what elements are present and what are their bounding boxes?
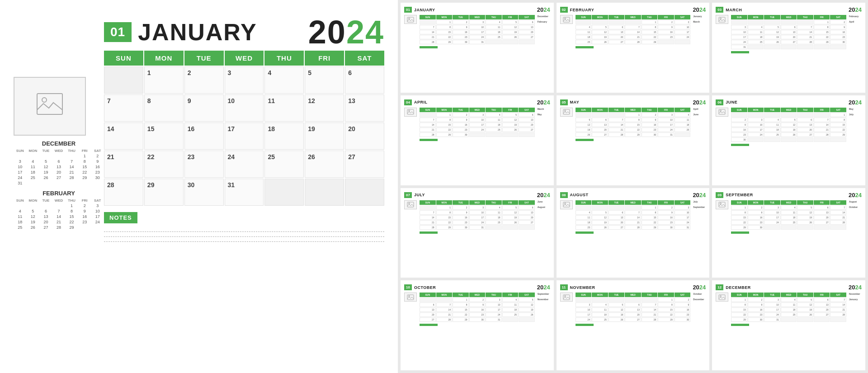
table-row [345,179,384,206]
table-row: 2 [658,205,674,210]
left-sidebar: DECEMBER SUN MON TUE WED THU FRI SAT 12 … [14,14,104,230]
table-row: 26 [609,317,625,322]
mini-year: 2024 [537,99,550,106]
table-row: 8 [642,210,658,215]
mini-day-headers: SUN MON TUE WED THU FRI SAT [420,200,535,205]
table-row: 20 [797,127,813,132]
mini-hdr-tue: TUE [453,200,469,205]
mini-prev-month: February [849,15,862,18]
mini-notes-bar [731,144,749,146]
svg-rect-20 [407,295,414,300]
mini-year-20: 20 [537,284,543,291]
table-row: 17 [764,215,780,220]
table-row: 14 [625,30,641,34]
table-row: 14 [609,123,625,127]
mini-day-headers: SUN MON TUE WED THU FRI SAT [420,108,535,112]
table-row: 21 [420,35,436,39]
mini-content-row: SUN MON TUE WED THU FRI SAT 123456789101… [560,108,706,182]
table-row: 21 [625,35,641,39]
table-row [748,137,764,142]
mini-year-24: 24 [543,192,550,198]
table-row: 8 [658,302,674,307]
mini-hdr-wed: WED [469,293,486,297]
mini-header: 03 MARCH 2024 [716,6,862,13]
svg-rect-24 [719,295,725,300]
mini-hdr-wed: WED [781,15,797,19]
svg-point-9 [409,110,410,112]
table-row: 15 [731,307,747,312]
table-row: 16 [830,30,846,34]
table-row: 23 [748,220,764,225]
table-row: 25 [781,220,797,225]
table-row: 5 [764,25,780,29]
table-row: 18 [264,123,304,150]
mini-photo [716,200,728,209]
table-row: 6 [420,302,436,307]
table-row: 20 [592,127,608,132]
table-row: 24 [469,220,486,225]
mini-content-row: SUN MON TUE WED THU FRI SAT 123456789101… [404,293,550,367]
mini-hdr-thu: THU [797,108,813,112]
mini-header: 12 DECEMBER 2024 [716,284,862,291]
table-row: 28 [830,312,846,317]
svg-point-13 [720,110,722,112]
table-row: 31 [658,132,674,137]
mini-num-box: 06 [716,99,723,105]
mini-hdr-mon: MON [592,293,608,297]
mini-hdr-fri: FRI [502,108,519,112]
table-row: 23 [748,312,764,317]
table-row: 15 [642,215,658,220]
mini-hdr-fri: FRI [658,200,674,205]
mini-grid: 1234567891011121314151617181920212223242… [576,297,691,322]
mini-day-headers: SUN MON TUE WED THU FRI SAT [731,15,846,19]
table-row [797,137,813,142]
table-row: 10 [469,118,486,122]
mini-hdr-tue: TUE [764,15,780,19]
table-row [764,45,780,49]
table-row: 26 [502,127,519,132]
mini-card-may: 05 MAY 2024 SUN MON TUE [557,95,710,185]
table-row: 19 [592,35,608,39]
mini-photo [716,293,728,302]
mini-day-headers: SUN MON TUE WED THU FRI SAT [731,293,846,297]
table-row: 22 [642,35,658,39]
table-row: 2 [453,205,469,210]
table-row: 28 [642,317,658,322]
table-row: 28 [797,40,813,44]
svg-rect-18 [719,202,725,207]
mini-hdr-sat: SAT [519,15,535,19]
table-row: 8 [144,94,184,122]
svg-rect-8 [407,109,414,114]
mini-month-left: 03 MARCH [716,7,742,13]
table-row: 11 [781,302,797,307]
mini-next-month: May [538,113,550,116]
mini-year-24: 24 [855,192,862,198]
mini-card-october: 10 OCTOBER 2024 SUN MON [401,280,554,370]
mini-month-name: MARCH [726,8,742,12]
table-row: 21 [420,220,436,225]
table-row: 27 [814,312,830,317]
table-row: 7 [797,25,813,29]
table-row: 19 [781,127,797,132]
mini-hdr-mon: MON [748,108,764,112]
table-row: 8 [642,25,658,29]
table-row [797,317,813,322]
table-row: 31 [469,40,486,44]
table-row: 1 [436,113,453,117]
table-row: 7 [625,210,641,215]
mini-month-name: DECEMBER [726,285,751,290]
main-header: DECEMBER SUN MON TUE WED THU FRI SAT 12 … [14,14,384,246]
mini-header: 01 JANUARY 2024 [404,6,550,13]
table-row: 8 [625,118,641,122]
table-row: 3 [576,302,592,307]
table-row: 2 [453,20,469,24]
table-row: 29 [144,179,184,206]
table-row: 4 [486,205,502,210]
mini-month-left: 08 AUGUST [560,192,589,198]
table-row: 24 [731,40,747,44]
table-row: 29 [642,225,658,230]
mini-year-20: 20 [693,284,699,291]
table-row: 31 [731,45,747,49]
mini-content-row: SUN MON TUE WED THU FRI SAT 123456789101… [560,293,706,367]
svg-rect-10 [563,109,570,114]
